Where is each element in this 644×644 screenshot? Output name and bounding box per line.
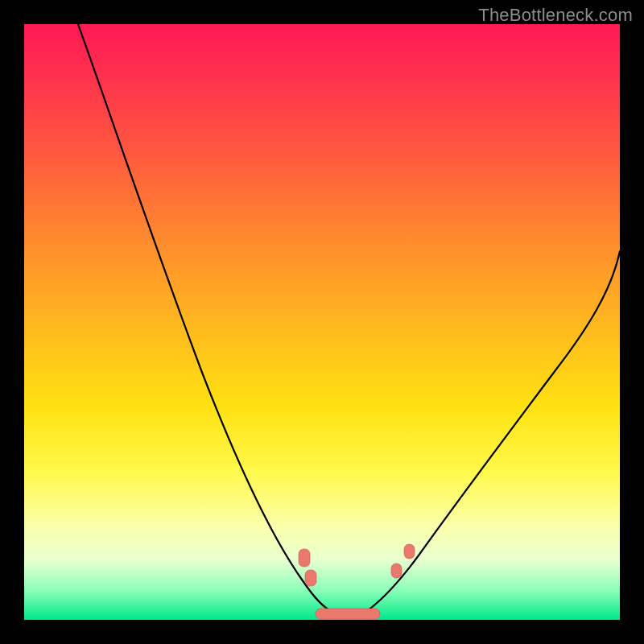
marker-left-upper: [299, 549, 310, 567]
marker-left-lower: [305, 570, 316, 586]
curve-right-arm: [362, 251, 620, 614]
plot-area: [24, 24, 620, 620]
marker-right-upper: [404, 544, 415, 559]
marker-right-lower: [391, 564, 402, 578]
marker-valley-bar: [316, 609, 380, 619]
curve-left-arm: [78, 24, 336, 614]
chart-frame: TheBottleneck.com: [0, 0, 644, 644]
bottleneck-curve: [24, 24, 620, 620]
watermark-text: TheBottleneck.com: [478, 5, 633, 26]
